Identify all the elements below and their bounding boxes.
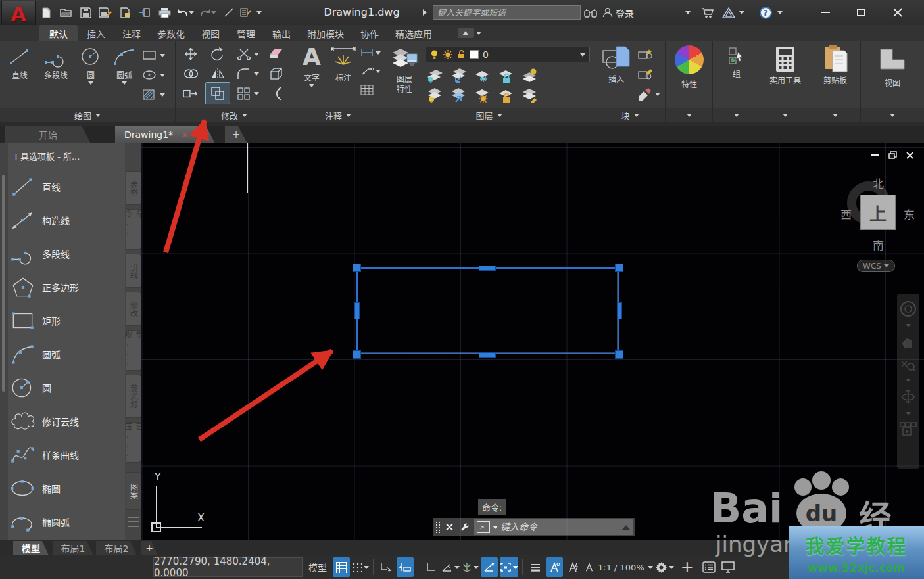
panel-layers-footer[interactable]: 图层 bbox=[383, 108, 595, 122]
snap-mode-toggle[interactable] bbox=[352, 557, 369, 577]
draw-polyline-button[interactable]: 多段线 bbox=[37, 45, 75, 80]
layer-isolate-icon[interactable] bbox=[449, 68, 468, 83]
object-snap-toggle[interactable] bbox=[500, 557, 518, 577]
infer-constraints-toggle[interactable] bbox=[377, 557, 395, 577]
trim-dropdown[interactable] bbox=[254, 53, 259, 56]
fillet-dropdown[interactable] bbox=[254, 72, 259, 76]
grid-display-toggle[interactable] bbox=[333, 557, 350, 577]
clipboard-button[interactable]: 剪贴板 bbox=[815, 44, 855, 85]
a360-icon[interactable] bbox=[721, 5, 737, 20]
app-logo[interactable]: A bbox=[1, 1, 36, 27]
drawing-minimize-icon[interactable] bbox=[871, 154, 879, 156]
panel-annotate-footer[interactable]: 注释 bbox=[293, 108, 383, 122]
layer-freeze-icon[interactable] bbox=[473, 68, 491, 83]
ribbon-collapse-button[interactable] bbox=[458, 28, 481, 38]
leader-dropdown[interactable] bbox=[376, 70, 381, 73]
panel-block-footer[interactable]: 块 bbox=[595, 108, 665, 122]
offset-curve-button[interactable] bbox=[268, 86, 285, 101]
undo-dropdown[interactable] bbox=[188, 5, 195, 20]
orbit-dropdown[interactable] bbox=[906, 412, 911, 415]
ribbon-tab-manage[interactable]: 管理 bbox=[229, 25, 263, 41]
table-button[interactable] bbox=[360, 85, 374, 95]
panel-utilities-footer[interactable] bbox=[760, 108, 810, 122]
drawing-close-icon[interactable] bbox=[906, 152, 913, 159]
login-dropdown[interactable] bbox=[684, 5, 692, 20]
utilities-button[interactable]: 实用工具 bbox=[763, 45, 808, 85]
palette-item-arc[interactable]: 圆弧 bbox=[9, 337, 124, 371]
ribbon-tab-addins[interactable]: 附加模块 bbox=[300, 25, 351, 41]
window-maximize-button[interactable] bbox=[850, 4, 872, 21]
isodraft-dropdown[interactable] bbox=[474, 566, 479, 569]
palette-menu-grip[interactable] bbox=[128, 517, 139, 527]
annotation-visibility-toggle[interactable] bbox=[546, 557, 563, 577]
palette-item-revision-cloud[interactable]: 修订云线 bbox=[9, 404, 124, 438]
offset-button-highlighted[interactable] bbox=[205, 82, 230, 104]
new-drawing-tab-button[interactable]: + bbox=[225, 126, 247, 143]
grip-corner-tl[interactable] bbox=[353, 264, 361, 272]
layer-match-icon[interactable] bbox=[520, 87, 539, 103]
new-layout-button[interactable]: + bbox=[141, 541, 158, 555]
new-file-icon[interactable] bbox=[38, 5, 54, 20]
layer-combo[interactable]: 0 bbox=[426, 47, 590, 62]
palette-item-rectangle[interactable]: 矩形 bbox=[9, 304, 124, 337]
text-dropdown[interactable] bbox=[309, 84, 314, 87]
redo-dropdown[interactable] bbox=[210, 5, 217, 20]
customization-button[interactable] bbox=[700, 557, 717, 577]
dim-linear-button[interactable] bbox=[360, 48, 381, 57]
zoom-extents-icon[interactable] bbox=[900, 356, 916, 372]
palette-header[interactable]: 工具选项板 - 所... bbox=[12, 150, 80, 162]
panel-modify-footer[interactable]: 修改 bbox=[176, 108, 293, 122]
grip-mid-top[interactable] bbox=[479, 266, 496, 271]
draw-line-button[interactable]: 直线 bbox=[3, 45, 37, 80]
layer-thaw-sun-icon[interactable] bbox=[443, 49, 453, 60]
arc-dropdown[interactable] bbox=[122, 81, 127, 85]
define-attribute-button[interactable] bbox=[637, 87, 660, 101]
open-folder-icon[interactable] bbox=[58, 5, 74, 20]
dynamic-input-toggle[interactable] bbox=[397, 557, 414, 577]
annotation-autoscale-toggle[interactable] bbox=[565, 557, 582, 577]
save-as-icon[interactable] bbox=[97, 5, 113, 20]
palette-scrollbar[interactable] bbox=[2, 175, 5, 392]
circle-dropdown[interactable] bbox=[88, 81, 93, 85]
layer-unisolate-icon[interactable] bbox=[449, 87, 468, 103]
explode-button[interactable] bbox=[268, 66, 285, 81]
orbit-icon[interactable] bbox=[900, 388, 916, 405]
viewcube-west[interactable]: 西 bbox=[840, 206, 852, 222]
show-motion-icon[interactable] bbox=[900, 422, 917, 436]
help-icon[interactable]: ? bbox=[758, 5, 773, 20]
help-dropdown[interactable] bbox=[776, 5, 784, 20]
annotation-scale-dropdown[interactable] bbox=[648, 566, 653, 569]
viewcube-north[interactable]: 北 bbox=[873, 175, 884, 191]
palette-tab-modify[interactable]: 修改 bbox=[126, 292, 141, 326]
palette-item-polyline[interactable]: 多段线 bbox=[9, 237, 124, 270]
stretch-button[interactable] bbox=[182, 86, 199, 101]
ribbon-tab-parametric[interactable]: 参数化 bbox=[150, 25, 192, 41]
a360-dropdown[interactable] bbox=[738, 5, 746, 20]
view-base-button[interactable]: 视图 bbox=[875, 47, 910, 88]
file-tab-close-icon[interactable] bbox=[182, 132, 188, 138]
mirror-button[interactable] bbox=[210, 66, 226, 81]
polar-dropdown[interactable] bbox=[454, 566, 460, 569]
layout-tab-model[interactable]: 模型 bbox=[13, 541, 49, 555]
rectangle-dropdown[interactable] bbox=[160, 54, 165, 57]
layer-properties-button[interactable]: 图层 特性 bbox=[387, 44, 422, 94]
command-close-icon[interactable] bbox=[445, 522, 454, 532]
create-block-button[interactable] bbox=[637, 48, 653, 61]
grip-mid-right[interactable] bbox=[617, 302, 622, 319]
layer-unlock-all-icon[interactable] bbox=[497, 87, 515, 103]
save-icon[interactable] bbox=[78, 5, 93, 20]
layer-lock-icon[interactable] bbox=[497, 68, 515, 83]
draw-ellipse-button[interactable] bbox=[142, 69, 165, 81]
viewcube-top-face[interactable]: 上 bbox=[860, 195, 896, 230]
wheel-dropdown[interactable] bbox=[906, 324, 911, 327]
layer-on-all-icon[interactable] bbox=[426, 87, 444, 103]
ribbon-tab-insert[interactable]: 插入 bbox=[79, 25, 113, 41]
search-binoculars-icon[interactable] bbox=[583, 5, 598, 20]
array-dropdown[interactable] bbox=[254, 92, 259, 95]
object-snap-tracking-toggle[interactable] bbox=[481, 557, 498, 577]
array-button[interactable] bbox=[236, 86, 259, 101]
layer-on-bulb-icon[interactable] bbox=[430, 49, 439, 60]
plot-stamp-icon[interactable] bbox=[117, 5, 133, 20]
model-space-toggle[interactable]: 模型 bbox=[304, 557, 331, 577]
leader-button[interactable] bbox=[360, 66, 381, 76]
